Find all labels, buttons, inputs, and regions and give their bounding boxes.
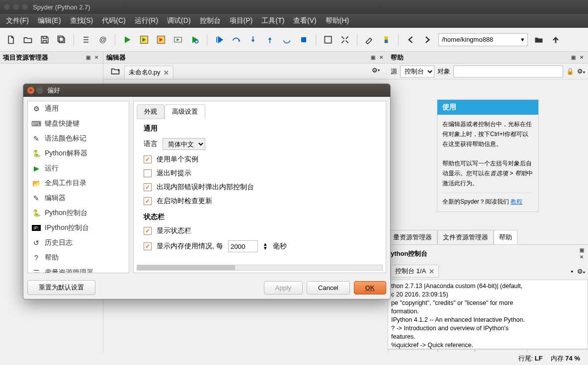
window-minimize-icon[interactable] xyxy=(13,4,19,10)
checkbox-single-instance[interactable] xyxy=(144,155,152,163)
ok-button[interactable]: OK xyxy=(354,281,387,294)
checkbox-check-updates[interactable] xyxy=(144,197,152,205)
new-file-icon[interactable] xyxy=(5,34,17,46)
close-tab-icon[interactable]: ✕ xyxy=(164,69,169,76)
cat-python-console[interactable]: 🐍Python控制台 xyxy=(28,206,129,220)
close-icon[interactable]: ✕ xyxy=(378,54,385,61)
checkbox-exit-prompt[interactable] xyxy=(144,169,152,177)
cat-editor[interactable]: ✎编辑器 xyxy=(28,191,129,206)
lock-icon[interactable]: 🔒 xyxy=(566,68,574,75)
ipython-console-output[interactable]: thon 2.7.13 |Anaconda custom (64-bit)| (… xyxy=(388,280,588,349)
cat-python-interp[interactable]: 🐍Python解释器 xyxy=(28,146,129,161)
ipython-panel-title: ython控制台 xyxy=(391,249,427,258)
horizontal-scrollbar[interactable] xyxy=(137,265,383,271)
dock-icon[interactable]: ▣ xyxy=(578,247,585,254)
console-tab[interactable]: 控制台 1/A ✕ xyxy=(391,265,439,278)
cat-history[interactable]: ↺历史日志 xyxy=(28,235,129,250)
python-path-icon[interactable] xyxy=(380,34,392,46)
save-icon[interactable] xyxy=(39,34,51,46)
tab-help[interactable]: 帮助 xyxy=(494,230,517,244)
debug-step-into-icon[interactable] xyxy=(247,34,259,46)
parent-dir-icon[interactable] xyxy=(550,34,562,46)
close-icon[interactable]: ✕ xyxy=(93,54,100,61)
tab-file-explorer[interactable]: 文件资源管理器 xyxy=(437,230,494,244)
gear-icon[interactable]: ⚙▾ xyxy=(577,268,585,275)
interrupt-icon[interactable]: ▪ xyxy=(571,268,573,275)
close-icon[interactable]: ✕ xyxy=(578,254,585,261)
outline-icon[interactable] xyxy=(80,34,92,46)
language-label: 语言 xyxy=(144,140,158,148)
help-banner-text3: 全新的Spyder？阅读我们 教程 xyxy=(442,197,533,207)
open-file-icon[interactable] xyxy=(22,34,34,46)
maximize-pane-icon[interactable] xyxy=(322,34,334,46)
language-select[interactable]: 简体中文 xyxy=(163,138,205,150)
run-cell-icon[interactable] xyxy=(138,34,150,46)
dock-icon[interactable]: ▣ xyxy=(570,54,577,61)
debug-step-over-icon[interactable] xyxy=(230,34,242,46)
dialog-close-icon[interactable]: ✕ xyxy=(27,87,34,94)
cat-run[interactable]: ▶运行 xyxy=(28,161,129,176)
window-close-icon[interactable] xyxy=(4,4,10,10)
cat-syntax[interactable]: ✎语法颜色标记 xyxy=(28,131,129,146)
reset-defaults-button[interactable]: 重置为默认设置 xyxy=(27,280,95,295)
prefs-tab-advanced[interactable]: 高级设置 xyxy=(165,104,205,119)
menu-debug[interactable]: 调试(D) xyxy=(167,16,190,25)
debug-return-icon[interactable] xyxy=(281,34,293,46)
tutorial-link[interactable]: 教程 xyxy=(510,198,522,205)
gear-icon[interactable]: ⚙▾ xyxy=(577,68,585,75)
back-icon[interactable] xyxy=(405,34,417,46)
file-tab[interactable]: 未命名0.py ✕ xyxy=(124,66,173,79)
menu-edit[interactable]: 编辑(E) xyxy=(38,16,61,25)
menu-file[interactable]: 文件(F) xyxy=(6,16,29,25)
source-select[interactable]: 控制台 xyxy=(400,66,434,77)
menu-tools[interactable]: 工具(T) xyxy=(261,16,284,25)
run-icon[interactable] xyxy=(121,34,133,46)
checkbox-show-status[interactable] xyxy=(144,227,152,235)
cat-workdir[interactable]: 📂全局工作目录 xyxy=(28,176,129,191)
close-icon[interactable]: ✕ xyxy=(578,54,585,61)
preferences-icon[interactable] xyxy=(363,34,375,46)
dock-icon[interactable]: ▣ xyxy=(84,54,91,61)
debug-icon[interactable] xyxy=(189,34,201,46)
cat-ipython-console[interactable]: IP:IPython控制台 xyxy=(28,220,129,235)
cancel-button[interactable]: Cancel xyxy=(307,281,349,294)
apply-button[interactable]: Apply xyxy=(264,281,303,294)
checkbox-popup-console[interactable] xyxy=(144,183,152,191)
save-all-icon[interactable] xyxy=(56,34,68,46)
close-tab-icon[interactable]: ✕ xyxy=(429,268,434,275)
mem-label: 内存 xyxy=(551,355,564,362)
cat-var-explorer[interactable]: ☰变量资源管理器 xyxy=(28,265,129,273)
cat-shortcuts[interactable]: ⌨键盘快捷键 xyxy=(28,116,129,131)
window-maximize-icon[interactable] xyxy=(22,4,28,10)
dialog-maximize-icon[interactable] xyxy=(36,87,43,94)
tab-variable-explorer[interactable]: 量资源管理器 xyxy=(388,230,437,244)
preferences-category-list[interactable]: ⚙通用 ⌨键盘快捷键 ✎语法颜色标记 🐍Python解释器 ▶运行 📂全局工作目… xyxy=(27,101,129,273)
forward-icon[interactable] xyxy=(421,34,433,46)
main-toolbar: @ /home/kingmo888 ▾ xyxy=(0,28,588,52)
fullscreen-icon[interactable] xyxy=(339,34,351,46)
prefs-tab-appearance[interactable]: 外观 xyxy=(137,104,165,119)
browse-tabs-icon[interactable] xyxy=(109,65,121,77)
debug-step-out-icon[interactable] xyxy=(264,34,276,46)
cat-general[interactable]: ⚙通用 xyxy=(28,101,129,116)
dock-icon[interactable]: ▣ xyxy=(369,54,376,61)
checkbox-show-memory[interactable] xyxy=(144,242,152,250)
run-selection-icon[interactable] xyxy=(172,34,184,46)
memory-interval-input[interactable] xyxy=(228,240,258,252)
object-input[interactable] xyxy=(453,66,563,77)
at-icon[interactable]: @ xyxy=(97,34,109,46)
cat-help[interactable]: ?帮助 xyxy=(28,250,129,265)
menu-search[interactable]: 查找(S) xyxy=(70,16,93,25)
menu-console[interactable]: 控制台 xyxy=(200,16,221,25)
menu-run[interactable]: 运行(R) xyxy=(135,16,158,25)
debug-continue-icon[interactable] xyxy=(213,34,225,46)
working-dir-input[interactable]: /home/kingmo888 ▾ xyxy=(438,33,528,46)
debug-stop-icon[interactable] xyxy=(298,34,310,46)
menu-projects[interactable]: 项目(P) xyxy=(230,16,253,25)
menu-code[interactable]: 代码(C) xyxy=(102,16,125,25)
browse-dir-icon[interactable] xyxy=(533,34,545,46)
menu-help[interactable]: 帮助(H) xyxy=(326,16,349,25)
editor-options-icon[interactable]: ⚙▾ xyxy=(370,64,382,76)
menu-view[interactable]: 查看(V) xyxy=(293,16,317,25)
run-cell-next-icon[interactable] xyxy=(155,34,167,46)
